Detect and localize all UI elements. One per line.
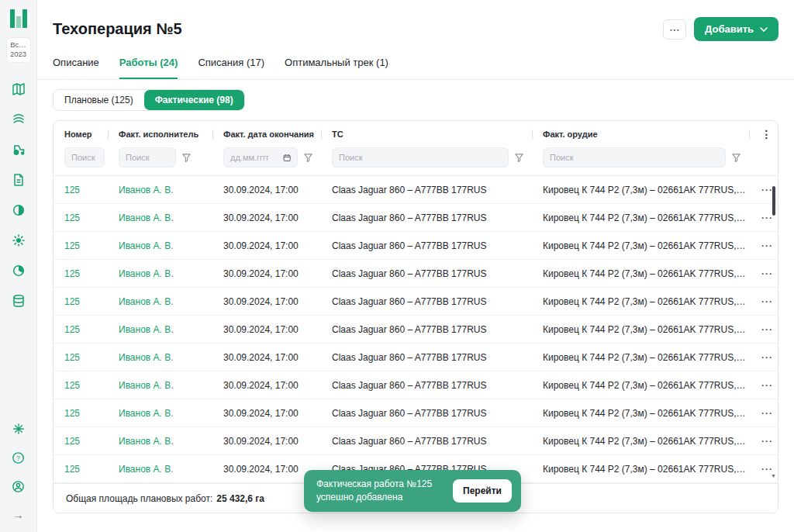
cell-number[interactable]: 125 (54, 176, 108, 204)
kebab-horizontal-icon: ⋯ (761, 434, 772, 447)
sidebar-item-storage[interactable] (9, 292, 28, 310)
page-title: Техоперация №5 (53, 20, 182, 38)
table-row[interactable]: 125 Иванов А. В. 30.09.2024, 17:00 Claas… (54, 232, 778, 260)
row-menu-button[interactable]: ⋯ (749, 399, 778, 427)
row-menu-button[interactable]: ⋯ (749, 260, 778, 288)
cell-executor[interactable]: Иванов А. В. (108, 316, 212, 344)
cell-number[interactable]: 125 (54, 260, 108, 288)
cell-executor[interactable]: Иванов А. В. (108, 204, 212, 232)
table-row[interactable]: 125 Иванов А. В. 30.09.2024, 17:00 Claas… (54, 371, 778, 399)
sidebar-item-machinery[interactable] (9, 140, 28, 159)
content: Плановые (125) Фактические (98) Номер Фа… (37, 80, 794, 532)
calendar-icon[interactable] (283, 153, 291, 163)
column-settings-button[interactable]: ⋮ (749, 121, 778, 147)
col-header-number[interactable]: Номер (54, 121, 108, 147)
scroll-down-arrow[interactable]: ▼ (771, 473, 776, 478)
toast-go-button[interactable]: Перейти (453, 479, 512, 503)
cell-number[interactable]: 125 (54, 427, 108, 455)
cell-end-date: 30.09.2024, 17:00 (212, 427, 321, 455)
filter-funnel-icon[interactable] (303, 153, 313, 163)
tab-writeoffs[interactable]: Списания (17) (198, 57, 264, 79)
add-button[interactable]: Добавить (694, 17, 778, 41)
kebab-horizontal-icon: ⋯ (761, 183, 772, 196)
cell-number[interactable]: 125 (54, 399, 108, 427)
row-menu-button[interactable]: ⋯ (749, 316, 778, 344)
cell-vehicle: Claas Jaguar 860 – A777BB 177RUS (321, 260, 532, 288)
cell-executor[interactable]: Иванов А. В. (108, 288, 212, 316)
row-menu-button[interactable]: ⋯ (749, 232, 778, 260)
toggle-actual[interactable]: Фактические (98) (144, 90, 244, 110)
row-menu-button[interactable]: ⋯ (749, 455, 778, 483)
cell-executor[interactable]: Иванов А. В. (108, 232, 212, 260)
cell-implement: Кировец К 744 Р2 (7,3м) – 02661AK 777RUS… (532, 455, 749, 483)
cell-executor[interactable]: Иванов А. В. (108, 399, 212, 427)
add-button-label: Добавить (705, 23, 754, 35)
col-header-implement[interactable]: Факт. орудие (532, 121, 749, 147)
vertical-scrollbar-thumb[interactable] (772, 186, 775, 216)
sidebar-item-integrations[interactable] (9, 420, 28, 438)
filter-number-input[interactable] (71, 153, 98, 162)
filter-executor-input[interactable] (126, 153, 169, 162)
table-row[interactable]: 125 Иванов А. В. 30.09.2024, 17:00 Claas… (54, 260, 778, 288)
col-header-executor[interactable]: Факт. исполнитель (108, 121, 212, 147)
tab-works[interactable]: Работы (24) (119, 57, 178, 79)
table-row[interactable]: 125 Иванов А. В. 30.09.2024, 17:00 Claas… (54, 427, 778, 455)
snowflake-icon (12, 422, 26, 436)
row-menu-button[interactable]: ⋯ (749, 288, 778, 316)
cell-implement: Кировец К 744 Р2 (7,3м) – 02661AK 777RUS… (532, 344, 749, 371)
more-actions-button[interactable]: ⋯ (663, 19, 686, 40)
table-row[interactable]: 125 Иванов А. В. 30.09.2024, 17:00 Claas… (54, 344, 778, 371)
cell-vehicle: Claas Jaguar 860 – A777BB 177RUS (321, 316, 532, 344)
col-header-vehicle[interactable]: ТС (321, 121, 532, 147)
sidebar-item-reports[interactable] (9, 261, 28, 280)
cell-number[interactable]: 125 (54, 204, 108, 232)
cell-executor[interactable]: Иванов А. В. (108, 427, 212, 455)
cell-executor[interactable]: Иванов А. В. (108, 344, 212, 371)
cell-executor[interactable]: Иванов А. В. (108, 176, 212, 204)
total-area-label: Общая площадь плановых работ: (66, 493, 212, 504)
row-menu-button[interactable]: ⋯ (749, 344, 778, 371)
sidebar-item-monitoring[interactable] (9, 231, 28, 250)
sidebar-item-moisture[interactable] (9, 201, 28, 219)
filter-vehicle-input[interactable] (339, 153, 502, 162)
tractor-icon (11, 142, 26, 157)
cell-executor[interactable]: Иванов А. В. (108, 260, 212, 288)
col-header-end-date[interactable]: Факт. дата окончания (212, 121, 321, 147)
cell-number[interactable]: 125 (54, 288, 108, 316)
table-row[interactable]: 125 Иванов А. В. 30.09.2024, 17:00 Claas… (54, 316, 778, 344)
season-selector[interactable]: Вс… 2023 (6, 37, 31, 63)
filter-funnel-icon[interactable] (181, 153, 192, 163)
sidebar-item-documents[interactable] (9, 171, 28, 189)
toggle-planned[interactable]: Плановые (125) (54, 90, 144, 110)
sidebar-item-help[interactable]: ? (9, 448, 28, 467)
app-logo[interactable] (10, 9, 27, 28)
collapse-sidebar-button[interactable]: → (9, 506, 28, 524)
cell-number[interactable]: 125 (54, 344, 108, 371)
sidebar-item-crops[interactable] (9, 110, 28, 129)
filter-implement-input[interactable] (550, 153, 719, 162)
kebab-horizontal-icon: ⋯ (761, 406, 772, 420)
cell-executor[interactable]: Иванов А. В. (108, 455, 212, 483)
filter-funnel-icon[interactable] (514, 153, 524, 163)
cell-vehicle: Claas Jaguar 860 – A777BB 177RUS (321, 204, 532, 232)
filter-funnel-icon[interactable] (731, 153, 741, 163)
sidebar-item-profile[interactable] (9, 477, 28, 496)
cell-executor[interactable]: Иванов А. В. (108, 371, 212, 399)
cell-number[interactable]: 125 (54, 232, 108, 260)
table-row[interactable]: 125 Иванов А. В. 30.09.2024, 17:00 Claas… (54, 204, 778, 232)
tab-optimal-track[interactable]: Оптимальный трек (1) (285, 57, 388, 79)
row-menu-button[interactable]: ⋯ (749, 427, 778, 455)
table-row[interactable]: 125 Иванов А. В. 30.09.2024, 17:00 Claas… (54, 288, 778, 316)
table-row[interactable]: 125 Иванов А. В. 30.09.2024, 17:00 Claas… (54, 399, 778, 427)
cell-number[interactable]: 125 (54, 316, 108, 344)
table-row[interactable]: 125 Иванов А. В. 30.09.2024, 17:00 Claas… (54, 176, 778, 204)
cell-number[interactable]: 125 (54, 455, 108, 483)
cell-number[interactable]: 125 (54, 371, 108, 399)
filter-date-input[interactable] (230, 153, 278, 162)
moisture-icon (11, 202, 26, 218)
cell-end-date: 30.09.2024, 17:00 (212, 399, 321, 427)
row-menu-button[interactable]: ⋯ (749, 371, 778, 399)
tab-description[interactable]: Описание (53, 57, 99, 79)
cell-end-date: 30.09.2024, 17:00 (212, 232, 321, 260)
sidebar-item-fields[interactable] (9, 80, 28, 98)
